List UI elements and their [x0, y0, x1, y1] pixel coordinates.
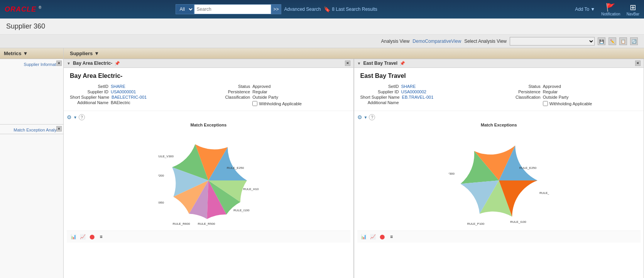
oracle-logo: ORACLE ®: [5, 5, 42, 13]
supplier2-setid-row: SetID SHARE: [360, 84, 496, 89]
notification-flag-icon: 🚩: [606, 3, 615, 12]
supplier2-column-header: ▼ East Bay Travel 📌 ✕: [354, 59, 644, 68]
analysis-view-copy-icon[interactable]: 📋: [619, 37, 627, 45]
supplier2-status-label: Status: [502, 84, 541, 89]
label-e250: RULE_E250: [227, 166, 244, 170]
add-to-button[interactable]: Add To ▼: [575, 7, 595, 12]
supplier1-gear-row: ⚙ ▼ ?: [67, 114, 350, 120]
label2-i100: RULE_I100: [510, 220, 526, 224]
label-r950: RULE_R950: [158, 201, 164, 204]
analysis-view-refresh-icon[interactable]: 🔄: [630, 37, 638, 45]
supplier2-setid-value: SHARE: [401, 84, 416, 89]
supplier1-id-label: Supplier ID: [70, 89, 108, 94]
suppliers-area: Suppliers ▼ ▼ Bay Area Electric- 📌 ✕ Bay…: [64, 48, 644, 278]
supplier2-help-icon[interactable]: ?: [369, 114, 375, 120]
supplier2-pie-svg: RULE_E250 RULE_H100 RULE_I100 RULE_P100 …: [449, 130, 549, 231]
advanced-search-link[interactable]: Advanced Search: [284, 7, 321, 12]
supplier2-classification-label: Classification: [502, 95, 541, 99]
supplier1-status-label: Status: [211, 84, 250, 89]
supplier2-gear-dropdown[interactable]: ▼: [364, 115, 368, 120]
metrics-label: Metrics: [4, 51, 22, 56]
supplier1-shortname-value: BAELECTRIC-001: [112, 95, 147, 99]
supplier2-status-row: Status Approved: [502, 84, 637, 89]
supplier1-name: Bay Area Electric-: [70, 72, 347, 79]
supplier2-gear-row: ⚙ ▼ ?: [357, 114, 641, 120]
select-analysis-view-label: Select Analysis View: [464, 39, 507, 44]
label2-e250: RULE_E250: [519, 166, 537, 170]
notification-area[interactable]: 🚩 Notification: [601, 3, 620, 16]
search-type-select[interactable]: All: [176, 4, 194, 14]
supplier1-line-chart-icon[interactable]: 📈: [79, 233, 86, 240]
supplier2-addlname-row: Additional Name: [360, 100, 496, 105]
supplier1-shortname-row: Short Supplier Name BAELECTRIC-001: [70, 95, 205, 99]
label-r500: RULE_R500: [198, 222, 215, 226]
search-input[interactable]: [194, 4, 271, 14]
analysis-view-bar: Analysis View DemoComparativeView Select…: [0, 35, 644, 48]
supplier2-line-chart-icon[interactable]: 📈: [370, 233, 377, 240]
supplier1-table-icon[interactable]: ≡: [98, 233, 105, 240]
supplier2-match-exception-panel: ⚙ ▼ ? Match Exceptions: [354, 111, 644, 278]
suppliers-header: Suppliers ▼: [64, 48, 644, 59]
supplier1-setid-row: SetID SHARE: [70, 84, 205, 89]
supplier1-pie-svg: RULE_E250 RULE_H100 RULE_I100 RULE_R500 …: [158, 130, 259, 231]
label2-h100: RULE_H100: [539, 191, 549, 195]
supplier1-dropdown-icon[interactable]: ▼: [67, 61, 71, 66]
supplier1-pie-chart-icon[interactable]: ⬤: [88, 233, 95, 240]
suppliers-header-label[interactable]: Suppliers ▼: [70, 51, 99, 56]
supplier1-classification-row: Classification Outside Party: [211, 95, 347, 99]
supplier1-id-value: USA0000001: [111, 89, 136, 94]
sidebar-supplier-info-close[interactable]: ✕: [56, 61, 62, 66]
supplier1-setid-value: SHARE: [111, 84, 125, 89]
analysis-view-select[interactable]: [510, 37, 595, 45]
label-r600: RULE_R600: [173, 222, 190, 226]
supplier1-persistence-label: Persistence: [211, 89, 250, 94]
sidebar-supplier-info-label[interactable]: Supplier Information: [0, 59, 63, 68]
supplier1-addlname-row: Additional Name BAElectric: [70, 100, 205, 105]
supplier2-pie-chart-icon[interactable]: ⬤: [379, 233, 386, 240]
supplier2-chart-title: Match Exceptions: [357, 123, 641, 127]
supplier1-help-icon[interactable]: ?: [79, 114, 85, 120]
sidebar-match-exception-section: ✕ Match Exception Analysis: [0, 125, 63, 134]
supplier1-persistence-row: Persistence Regular: [211, 89, 347, 94]
supplier1-match-exception-panel: ⚙ ▼ ? Match Exceptions: [64, 111, 353, 278]
supplier2-status-value: Approved: [543, 84, 561, 89]
analysis-view-edit-icon[interactable]: ✏️: [609, 37, 616, 45]
analysis-view-save-icon[interactable]: 💾: [598, 37, 605, 45]
supplier1-chart-title: Match Exceptions: [67, 123, 350, 127]
sidebar-match-exception-label[interactable]: Match Exception Analysis: [0, 125, 63, 134]
supplier1-info-panel: Bay Area Electric- SetID SHARE Supplier …: [64, 68, 353, 111]
supplier1-persistence-value: Regular: [252, 89, 267, 94]
supplier2-classification-value: Outside Party: [543, 95, 569, 99]
supplier2-right-info: Status Approved Persistence Regular Clas…: [502, 84, 637, 106]
supplier2-pin-icon[interactable]: 📌: [400, 61, 405, 66]
supplier2-close-btn[interactable]: ✕: [635, 61, 641, 66]
supplier1-column-header: ▼ Bay Area Electric- 📌 ✕: [64, 59, 353, 68]
supplier2-shortname-value: EB.TRAVEL-001: [402, 95, 434, 99]
metrics-dropdown-icon: ▼: [23, 51, 28, 56]
search-container: All >> Advanced Search 🔖 8 Last Search R…: [176, 4, 377, 14]
supplier1-close-btn[interactable]: ✕: [345, 61, 350, 66]
supplier2-table-icon[interactable]: ≡: [388, 233, 395, 240]
header-right: Add To ▼ 🚩 Notification ⊞ NavBar: [575, 3, 639, 16]
supplier1-withholding-checkbox[interactable]: [252, 101, 257, 106]
supplier1-gear-icon[interactable]: ⚙: [67, 114, 72, 120]
supplier2-dropdown-icon[interactable]: ▼: [357, 61, 361, 66]
supplier1-bar-chart-icon[interactable]: 📊: [70, 233, 77, 240]
supplier1-gear-dropdown[interactable]: ▼: [73, 115, 77, 120]
metrics-header[interactable]: Metrics ▼: [0, 48, 63, 59]
supplier2-bar-chart-icon[interactable]: 📊: [360, 233, 367, 240]
label-i100: RULE_I100: [233, 209, 250, 212]
sidebar-match-exception-close[interactable]: ✕: [56, 126, 62, 131]
supplier1-pin-icon[interactable]: 📌: [115, 61, 120, 66]
last-search-results[interactable]: 🔖 8 Last Search Results: [324, 6, 377, 12]
supplier1-tab-label: Bay Area Electric-: [73, 61, 112, 66]
supplier1-info-grid: SetID SHARE Supplier ID USA0000001 Short…: [70, 84, 347, 106]
supplier2-addlname-label: Additional Name: [360, 100, 399, 105]
label2-p100: RULE_P100: [467, 222, 485, 226]
label-h100: RULE_H100: [243, 187, 259, 191]
search-go-button[interactable]: >>: [271, 4, 281, 14]
analysis-view-label: Analysis View: [381, 39, 410, 44]
supplier2-withholding-checkbox[interactable]: [543, 101, 548, 106]
navbar-area[interactable]: ⊞ NavBar: [627, 3, 639, 16]
supplier2-gear-icon[interactable]: ⚙: [357, 114, 362, 120]
